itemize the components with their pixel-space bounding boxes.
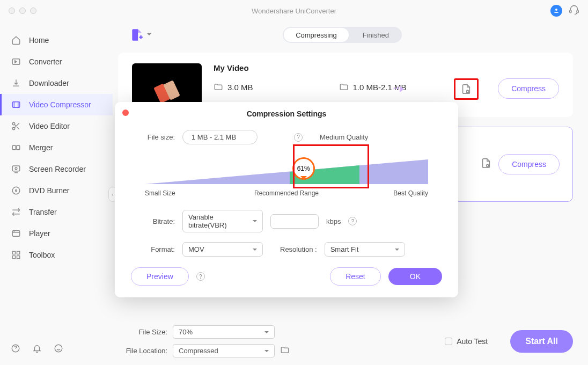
settings-button-highlighted[interactable]: [454, 78, 479, 100]
sidebar-item-video-editor[interactable]: Video Editor: [0, 115, 113, 137]
svg-point-12: [16, 190, 17, 192]
tab-finished[interactable]: Finished: [350, 27, 402, 43]
sidebar-item-label: Converter: [29, 57, 62, 66]
svg-point-10: [15, 167, 17, 170]
sidebar-item-label: DVD Burner: [29, 186, 69, 195]
quality-text: Medium Quality: [320, 133, 368, 141]
resolution-select[interactable]: Smart Fit: [325, 242, 405, 257]
svg-rect-1: [570, 10, 571, 13]
titlebar: Wondershare UniConverter: [0, 0, 588, 21]
folder-icon: [214, 82, 223, 92]
reset-button[interactable]: Reset: [330, 267, 381, 286]
modal-close-icon[interactable]: [122, 110, 129, 116]
sidebar-item-label: Screen Recorder: [29, 165, 86, 173]
app-title: Wondershare UniConverter: [252, 7, 336, 15]
svg-point-19: [55, 345, 62, 352]
converter-icon: [11, 56, 21, 67]
quality-slider[interactable]: 61% Small Size Recommended Range Best Qu…: [145, 154, 428, 192]
account-avatar-icon[interactable]: [550, 5, 562, 17]
help-icon[interactable]: ?: [294, 133, 303, 142]
tab-compressing[interactable]: Compressing: [284, 28, 349, 42]
home-icon: [11, 35, 21, 46]
settings-button[interactable]: [480, 157, 492, 171]
transfer-icon: [11, 207, 21, 217]
svg-rect-14: [12, 251, 15, 254]
window-minimize-icon[interactable]: [19, 8, 26, 14]
file-size-value[interactable]: 1 MB - 2.1 MB: [182, 130, 258, 144]
sidebar-item-screen-recorder[interactable]: Screen Recorder: [0, 158, 113, 180]
svg-marker-22: [145, 159, 428, 184]
browse-folder-icon[interactable]: [280, 345, 290, 356]
svg-rect-15: [17, 251, 20, 254]
svg-rect-7: [12, 145, 16, 150]
page-gear-icon: [460, 83, 472, 95]
bell-icon[interactable]: [32, 344, 42, 355]
svg-rect-2: [577, 10, 578, 13]
merger-icon: [11, 142, 21, 153]
help-icon[interactable]: ?: [196, 272, 205, 281]
sidebar-item-label: Transfer: [29, 208, 57, 216]
sidebar-item-downloader[interactable]: Downloader: [0, 72, 113, 94]
bottom-bar: File Size: 70% File Location: Compressed…: [123, 325, 573, 357]
slider-track: [145, 157, 428, 184]
dvd-icon: [11, 185, 21, 196]
format-label: Format:: [136, 245, 175, 253]
sidebar-item-home[interactable]: Home: [0, 30, 113, 51]
svg-rect-8: [17, 145, 20, 150]
chevron-down-icon: [253, 249, 257, 253]
sidebar-item-toolbox[interactable]: Toolbox: [0, 244, 113, 266]
sidebar-item-player[interactable]: Player: [0, 223, 113, 244]
format-select[interactable]: MOV: [182, 242, 263, 257]
ok-button[interactable]: OK: [388, 268, 442, 285]
help-icon[interactable]: [11, 344, 20, 355]
svg-point-6: [12, 127, 15, 130]
chevron-down-icon: [264, 331, 269, 335]
auto-test-checkbox[interactable]: Auto Test: [445, 337, 488, 346]
start-all-button[interactable]: Start All: [510, 330, 573, 353]
sidebar-item-transfer[interactable]: Transfer: [0, 201, 113, 223]
svg-point-5: [12, 122, 15, 125]
sidebar-item-label: Merger: [29, 143, 53, 152]
window-close-icon[interactable]: [9, 8, 15, 14]
sidebar-item-converter[interactable]: Converter: [0, 51, 113, 72]
compress-button[interactable]: Compress: [498, 154, 560, 174]
file-location-select[interactable]: Compressed: [173, 344, 275, 357]
download-icon: [11, 78, 21, 89]
window-zoom-icon[interactable]: [30, 8, 36, 14]
svg-rect-9: [12, 166, 20, 171]
bitrate-input[interactable]: [270, 214, 319, 229]
compression-settings-modal: Compression Settings File size: 1 MB - 2…: [115, 102, 458, 297]
highlight-annotation: [293, 144, 369, 188]
help-icon[interactable]: ?: [348, 217, 357, 225]
compress-button[interactable]: Compress: [498, 78, 559, 99]
svg-rect-4: [12, 102, 20, 108]
compressor-icon: [11, 99, 21, 110]
chevron-down-icon: [253, 220, 257, 224]
file-location-label: File Location:: [123, 347, 167, 355]
svg-point-21: [487, 164, 489, 166]
video-thumbnail: [132, 63, 202, 106]
file-size-label: File size:: [136, 133, 175, 141]
file-size-select[interactable]: 70%: [173, 325, 275, 339]
svg-point-11: [12, 187, 20, 194]
page-gear-icon: [480, 157, 492, 169]
emoji-icon[interactable]: [54, 344, 63, 355]
svg-rect-17: [17, 256, 20, 259]
sidebar-item-label: Video Editor: [29, 122, 70, 130]
svg-point-0: [555, 9, 557, 11]
bitrate-select[interactable]: Variable bitrate(VBR): [182, 210, 263, 232]
sidebar-item-dvd-burner[interactable]: DVD Burner: [0, 180, 113, 201]
preview-button[interactable]: Preview: [131, 267, 189, 286]
chevron-down-icon: [264, 350, 269, 354]
sidebar-item-video-compressor[interactable]: Video Compressor: [0, 94, 113, 115]
svg-rect-13: [12, 231, 20, 237]
sidebar-item-merger[interactable]: Merger: [0, 137, 113, 158]
add-file-button[interactable]: [130, 28, 144, 42]
sidebar-item-label: Video Compressor: [29, 100, 91, 109]
file-size-label: File Size:: [123, 328, 167, 336]
chevron-down-icon: [395, 249, 399, 253]
folder-icon: [339, 82, 349, 92]
svg-rect-16: [12, 256, 15, 259]
support-headset-icon[interactable]: [569, 4, 579, 17]
source-size: 3.0 MB: [214, 82, 253, 92]
